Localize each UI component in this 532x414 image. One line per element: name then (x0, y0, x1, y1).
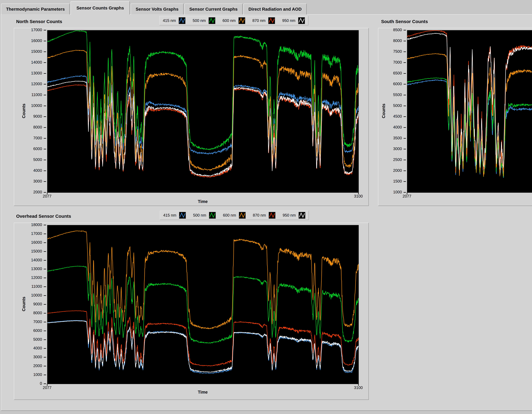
overhead-legend-item-950nm[interactable]: 950 nm (283, 212, 305, 219)
south-ytick-mark (404, 192, 406, 193)
north-ytick-label: 7000 (23, 136, 42, 140)
south-ytick-mark (404, 73, 406, 74)
north-legend-item-500nm[interactable]: 500 nm (193, 17, 215, 24)
north-ytick-mark (44, 106, 46, 106)
south-ytick-mark (404, 95, 406, 95)
north-ytick-label: 12000 (23, 82, 42, 86)
overhead-ytick-label: 17000 (23, 231, 42, 236)
overhead-ytick-label: 14000 (23, 258, 42, 262)
overhead-plot-area[interactable] (47, 225, 359, 384)
south-ytick-label: 7500 (383, 49, 402, 54)
overhead-legend-item-415nm[interactable]: 415 nm (163, 212, 186, 219)
north-ytick-mark (44, 127, 46, 128)
overhead-ytick-label: 6000 (23, 328, 42, 333)
overhead-xtick-label: 2077 (39, 386, 56, 390)
south-ytick-label: 8000 (383, 38, 402, 43)
legend-label: 870 nm (253, 213, 266, 217)
south-ytick-label: 3500 (383, 136, 402, 140)
tab-thermodynamic-parameters[interactable]: Thermodynamic Parameters (1, 3, 70, 14)
north-ytick-label: 13000 (23, 71, 42, 75)
tab-bar: Thermodynamic ParametersSensor Counts Gr… (1, 1, 307, 14)
north-ytick-mark (44, 62, 46, 63)
overhead-legend-item-870nm[interactable]: 870 nm (253, 212, 276, 219)
overhead-ytick-label: 4000 (23, 346, 42, 350)
overhead-ytick-mark (44, 313, 46, 313)
overhead-ytick-mark (44, 251, 46, 252)
north-ytick-label: 11000 (23, 93, 42, 97)
overhead-ytick-label: 5000 (23, 337, 42, 342)
north-plot-area[interactable] (47, 30, 359, 193)
north-ytick-mark (44, 149, 46, 149)
line-sample-icon (299, 212, 305, 219)
south-ytick-mark (404, 41, 406, 41)
tab-sensor-current-graphs[interactable]: Sensor Current Graphs (184, 3, 243, 14)
overhead-ytick-mark (44, 295, 46, 296)
south-plot-area[interactable] (407, 30, 532, 193)
south-ytick-label: 1500 (383, 179, 402, 183)
north-legend-item-600nm[interactable]: 600 nm (222, 17, 245, 24)
legend-label: 500 nm (193, 213, 206, 217)
overhead-ytick-mark (44, 269, 46, 269)
overhead-ytick-mark (44, 260, 46, 261)
overhead-y-axis-label: Counts (21, 292, 26, 316)
overhead-x-axis-label: Time (196, 390, 209, 395)
line-sample-icon (238, 17, 245, 24)
south-ytick-label: 4000 (383, 125, 402, 130)
overhead-ytick-mark (44, 322, 46, 322)
north-ytick-mark (44, 30, 46, 30)
line-sample-icon (269, 212, 276, 219)
legend-label: 600 nm (223, 213, 236, 217)
overhead-ytick-mark (44, 339, 46, 340)
overhead-legend-item-600nm[interactable]: 600 nm (223, 212, 246, 219)
south-ytick-mark (404, 160, 406, 160)
north-ytick-mark (44, 160, 46, 160)
south-ytick-label: 7000 (383, 60, 402, 65)
south-ytick-label: 6000 (383, 82, 402, 86)
north-legend-item-870nm[interactable]: 870 nm (252, 17, 275, 24)
south-ytick-label: 1000 (383, 190, 402, 194)
south-y-axis-label: Counts (381, 99, 386, 122)
overhead-ytick-mark (44, 357, 46, 358)
overhead-ytick-label: 7000 (23, 320, 42, 324)
north-ytick-label: 2000 (23, 190, 42, 194)
overhead-ytick-mark (44, 331, 46, 331)
legend-label: 950 nm (283, 213, 296, 217)
south-ytick-label: 2000 (383, 168, 402, 173)
north-legend-item-950nm[interactable]: 950 nm (282, 17, 305, 24)
south-chart-title: South Sensor Counts (381, 19, 428, 24)
overhead-ytick-mark (44, 286, 46, 287)
line-sample-icon (209, 17, 215, 24)
overhead-ytick-mark (44, 304, 46, 305)
north-ytick-label: 8000 (23, 125, 42, 130)
tab-sensor-counts-graphs[interactable]: Sensor Counts Graphs (71, 1, 130, 14)
tab-sensor-volts-graphs[interactable]: Sensor Volts Graphs (131, 3, 183, 14)
line-sample-icon (179, 17, 185, 24)
north-ytick-mark (44, 73, 46, 74)
south-ytick-mark (404, 181, 406, 182)
line-sample-icon (298, 17, 305, 24)
north-legend-item-415nm[interactable]: 415 nm (163, 17, 185, 24)
north-x-axis-label: Time (196, 199, 209, 204)
south-ytick-mark (404, 51, 406, 52)
north-ytick-label: 5000 (23, 157, 42, 162)
overhead-ytick-mark (44, 384, 46, 384)
north-ytick-label: 16000 (23, 38, 42, 43)
south-ytick-label: 5500 (383, 93, 402, 97)
tab-direct-radiation-and-aod[interactable]: Direct Radiation and AOD (243, 3, 307, 14)
south-ytick-label: 6500 (383, 71, 402, 75)
overhead-ytick-mark (44, 234, 46, 234)
north-ytick-mark (44, 116, 46, 117)
south-ytick-label: 8500 (383, 28, 402, 32)
overhead-ytick-label: 3000 (23, 355, 42, 359)
north-ytick-label: 15000 (23, 49, 42, 54)
north-ytick-mark (44, 84, 46, 85)
north-legend: 415 nm500 nm600 nm870 nm950 nm (159, 16, 308, 25)
legend-label: 950 nm (282, 19, 295, 23)
overhead-ytick-mark (44, 242, 46, 243)
overhead-legend: 415 nm500 nm600 nm870 nm950 nm (160, 211, 309, 220)
south-ytick-mark (404, 170, 406, 171)
overhead-ytick-mark (44, 348, 46, 349)
overhead-legend-item-500nm[interactable]: 500 nm (193, 212, 216, 219)
overhead-ytick-label: 11000 (23, 284, 42, 289)
south-ytick-label: 2500 (383, 157, 402, 162)
